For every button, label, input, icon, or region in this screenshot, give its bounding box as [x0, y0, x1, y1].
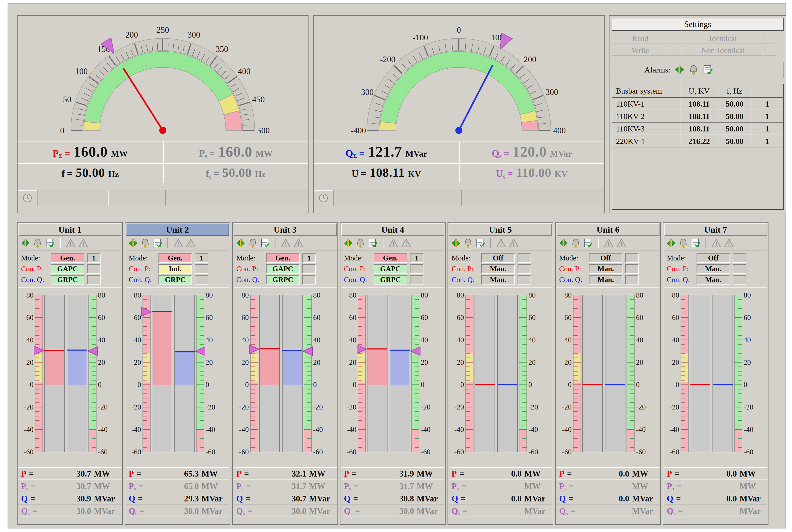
mode-count-cell [625, 253, 639, 263]
sync-icon[interactable] [21, 238, 30, 248]
svg-text:40: 40 [98, 336, 105, 344]
write-button[interactable]: Write [612, 45, 669, 56]
log-check-icon[interactable] [45, 238, 55, 248]
svg-text:400: 400 [238, 66, 251, 76]
conp-select[interactable]: GAPC [266, 264, 300, 274]
mute-icon[interactable] [463, 238, 473, 248]
q-bar-track [713, 295, 733, 452]
conp-label: Con. P: [129, 265, 158, 273]
q-bar-track [498, 295, 518, 452]
svg-text:-40: -40 [528, 425, 538, 434]
unit-readouts: P=0.0MWPз=MWQ=0.0MVarQз=MVar [664, 467, 767, 517]
sync-icon[interactable] [451, 238, 461, 248]
conp-select[interactable]: Man. [589, 264, 622, 274]
unit-readout-ps: Ps=65.0MW [126, 480, 229, 492]
svg-text:60: 60 [672, 314, 679, 322]
mute-icon[interactable] [33, 238, 42, 248]
sync-icon[interactable] [666, 238, 676, 248]
mode-select[interactable]: Gen. [51, 253, 84, 263]
q-set-readout: Qs= 120.0 MVar [459, 141, 604, 163]
busbar-row[interactable]: 110KV-1 108.11 50.00 1 [612, 98, 783, 110]
mute-icon[interactable] [678, 238, 688, 248]
mode-select[interactable]: Off [481, 253, 515, 263]
busbar-row[interactable]: 110KV-2 108.11 50.00 1 [612, 110, 783, 122]
identical-button[interactable]: Identical [683, 33, 763, 44]
voltage-value: 108.11 [370, 166, 405, 180]
conq-label: Con. Q: [236, 276, 266, 284]
p-set-unit: MW [255, 149, 272, 159]
busbar-row[interactable]: 110KV-3 108.11 50.00 1 [612, 122, 783, 135]
unit-title[interactable]: Unit 3 [234, 223, 337, 236]
unit-readout-ps: Ps=30.7MW [18, 480, 121, 492]
mute-icon[interactable] [571, 238, 581, 248]
unit-title[interactable]: Unit 5 [449, 223, 552, 236]
conq-select[interactable]: Man. [481, 275, 515, 285]
unit-panel: Unit 3 ! ! [232, 222, 338, 525]
unit-panel: Unit 2 ! ! [125, 222, 230, 525]
mode-row: Mode: Gen. 1 [126, 253, 229, 263]
setpoint-arrow[interactable] [500, 33, 513, 50]
sync-icon[interactable] [559, 238, 568, 248]
sync-icon[interactable] [128, 238, 138, 248]
conq-select[interactable]: GRPC [266, 275, 300, 285]
unit-title[interactable]: Unit 2 [126, 223, 229, 236]
p-sum-value: 160.0 [74, 143, 108, 160]
mute-icon[interactable] [355, 238, 365, 248]
conp-select[interactable]: GAPC [374, 264, 407, 274]
unit-readout-ps: Ps=MW [557, 480, 659, 492]
sync-icon[interactable] [343, 238, 353, 248]
unit-title[interactable]: Unit 6 [557, 223, 659, 236]
freq-label: f= [61, 168, 73, 180]
read-button[interactable]: Read [612, 33, 669, 44]
conp-select[interactable]: Ind. [158, 264, 192, 274]
conq-select[interactable]: GRPC [158, 275, 192, 285]
mode-row: Mode: Gen. 1 [341, 253, 444, 263]
mode-select[interactable]: Gen. [158, 253, 192, 263]
conp-select[interactable]: GAPC [51, 264, 84, 274]
conq-select[interactable]: Man. [697, 275, 730, 285]
mute-icon[interactable] [140, 238, 150, 248]
mode-select[interactable]: Off [697, 253, 730, 263]
busbar-header-extra [751, 84, 783, 97]
conq-select[interactable]: Man. [589, 275, 622, 285]
warning-icon: ! [281, 238, 291, 248]
conq-status-cell [733, 275, 746, 285]
log-check-icon[interactable] [475, 238, 485, 248]
svg-text:-60: -60 [347, 448, 356, 456]
svg-text:60: 60 [349, 314, 356, 322]
unit-bargraph: -60-60-40-40-20-20002020404060608080 [126, 288, 229, 467]
busbar-row[interactable]: 220KV-1 216.22 50.00 1 [612, 135, 783, 147]
svg-text:-20: -20 [131, 403, 141, 411]
log-check-icon[interactable] [702, 65, 713, 75]
sync-icon[interactable] [674, 65, 685, 75]
unit-title[interactable]: Unit 7 [664, 223, 767, 236]
non-identical-button[interactable]: Non-Identical [683, 45, 763, 56]
unit-title[interactable]: Unit 1 [18, 223, 121, 236]
mute-icon[interactable] [248, 238, 258, 248]
mute-icon[interactable] [689, 65, 699, 75]
log-check-icon[interactable] [583, 238, 593, 248]
mode-select[interactable]: Gen. [374, 253, 407, 263]
conq-row: Con. Q: GRPC [341, 274, 444, 285]
svg-text:-20: -20 [239, 403, 249, 411]
log-check-icon[interactable] [691, 238, 700, 248]
conp-row: Con. P: GAPC [234, 263, 337, 274]
svg-text:-40: -40 [562, 425, 572, 434]
conp-select[interactable]: Man. [481, 264, 515, 274]
conp-select[interactable]: Man. [697, 264, 730, 274]
conq-select[interactable]: GRPC [374, 275, 407, 285]
sync-icon[interactable] [236, 238, 246, 248]
settings-title: Settings [612, 18, 784, 31]
unit-bargraph: -60-60-40-40-20-20002020404060608080 [234, 288, 337, 467]
mode-select[interactable]: Off [589, 253, 622, 263]
warning-icon: ! [293, 238, 304, 248]
unit-title[interactable]: Unit 4 [341, 223, 444, 236]
log-check-icon[interactable] [368, 238, 378, 248]
mode-select[interactable]: Gen. [266, 253, 300, 263]
q-bar-fill [175, 352, 194, 385]
non-identical-status-cell [764, 45, 776, 56]
log-check-icon[interactable] [153, 238, 162, 248]
svg-text:40: 40 [26, 336, 34, 344]
conq-select[interactable]: GRPC [51, 275, 84, 285]
log-check-icon[interactable] [260, 238, 270, 248]
